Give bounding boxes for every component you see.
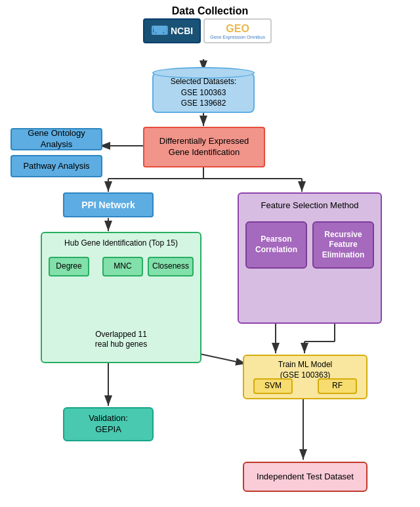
- closeness-box: Closeness: [148, 257, 194, 276]
- svm-label: SVM: [264, 381, 282, 391]
- degree-box: Degree: [49, 257, 89, 276]
- overlapped-label: Overlapped 11 real hub genes: [42, 330, 200, 350]
- pathway-box: Pathway Analysis: [10, 155, 102, 177]
- datasets-cylinder: Selected Datasets: GSE 100363 GSE 139682: [152, 72, 255, 113]
- hub-gene-box: Hub Gene Identification (Top 15) Degree …: [41, 232, 201, 363]
- gene-ontology-label: Gene Ontology Analysis: [12, 128, 101, 150]
- train-ml-label-text: Train ML Model (GSE 100363): [244, 360, 366, 380]
- ncbi-label: NCBI: [171, 26, 193, 36]
- rfe-label: Recursive Feature Elimination: [322, 230, 365, 261]
- validation-box: Validation: GEPIA: [63, 407, 154, 441]
- feature-selection-label: Feature Selection Method: [239, 200, 381, 211]
- mnc-box: MNC: [102, 257, 143, 276]
- mnc-label: MNC: [114, 261, 131, 272]
- pathway-label: Pathway Analysis: [23, 161, 89, 172]
- deg-label: Differentially Expressed Gene Identifica…: [159, 136, 249, 158]
- svm-box: SVM: [253, 378, 293, 394]
- pearson-label: Pearson Correlation: [255, 234, 297, 255]
- pearson-box: Pearson Correlation: [245, 221, 307, 269]
- hub-gene-label: Hub Gene Identification (Top 15): [42, 238, 200, 249]
- independent-test-box: Independent Test Dataset: [243, 462, 368, 492]
- rf-box: RF: [318, 378, 357, 394]
- ppi-box: PPI Network: [63, 192, 154, 217]
- deg-box: Differentially Expressed Gene Identifica…: [143, 127, 265, 167]
- geo-logo: GEO Gene Expression Omnibus: [203, 18, 272, 43]
- validation-label: Validation: GEPIA: [89, 413, 128, 435]
- degree-label: Degree: [56, 261, 81, 272]
- ncbi-logo: ⌨ NCBI: [143, 18, 201, 43]
- page-title: Data Collection: [0, 5, 420, 17]
- logos-area: ⌨ NCBI GEO Gene Expression Omnibus: [143, 18, 272, 43]
- rf-label: RF: [332, 381, 343, 391]
- independent-label: Independent Test Dataset: [257, 472, 354, 483]
- geo-sublabel: Gene Expression Omnibus: [210, 35, 265, 39]
- diagram-container: Data Collection ⌨ NCBI GEO Gene Expressi…: [0, 0, 420, 507]
- ncbi-icon: ⌨: [151, 24, 168, 38]
- geo-label: GEO: [226, 23, 249, 35]
- datasets-label: Selected Datasets: GSE 100363 GSE 139682: [171, 76, 237, 109]
- ppi-label: PPI Network: [81, 199, 135, 211]
- rfe-box: Recursive Feature Elimination: [312, 221, 374, 269]
- feature-selection-box: Feature Selection Method Pearson Correla…: [238, 192, 382, 324]
- train-ml-box: Train ML Model (GSE 100363) SVM RF: [243, 355, 368, 399]
- closeness-label: Closeness: [152, 261, 189, 272]
- gene-ontology-box: Gene Ontology Analysis: [10, 128, 102, 150]
